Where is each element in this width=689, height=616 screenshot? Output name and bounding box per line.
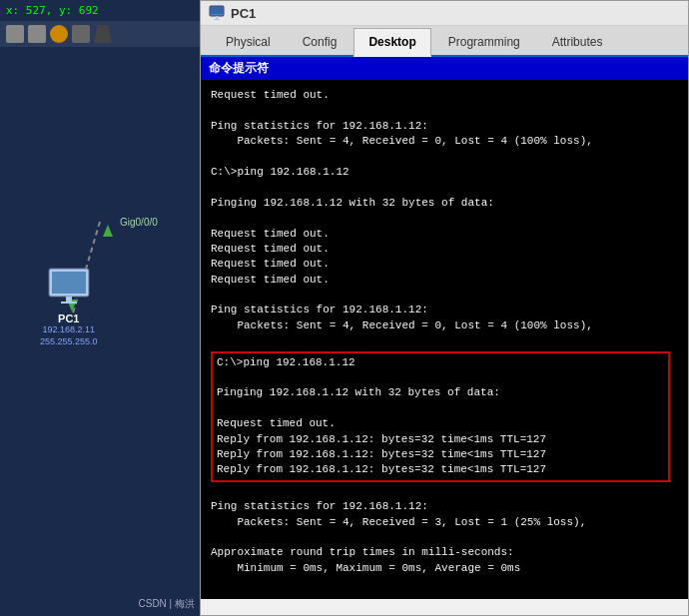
toolbar-icon-4[interactable] — [72, 25, 90, 43]
terminal-line — [217, 370, 664, 385]
window-titlebar: PC1 — [201, 1, 688, 26]
terminal-line: Approximate round trip times in milli-se… — [211, 545, 678, 560]
pc1-label: PC1 — [40, 312, 98, 324]
terminal-line — [211, 211, 678, 226]
svg-rect-8 — [211, 7, 223, 14]
terminal-output[interactable]: Request timed out. Ping statistics for 1… — [201, 80, 688, 599]
terminal-line: Request timed out. — [211, 257, 678, 272]
toolbar-icon-1[interactable] — [6, 25, 24, 43]
tab-bar: Physical Config Desktop Programming Attr… — [201, 26, 688, 57]
terminal-line: Packets: Sent = 4, Received = 0, Lost = … — [211, 134, 678, 149]
terminal-line — [211, 103, 678, 118]
terminal-line — [217, 401, 664, 416]
toolbar — [0, 21, 200, 47]
network-panel: x: 527, y: 692 Gig0/0/0 Fa0 — [0, 0, 200, 616]
terminal-line: Ping statistics for 192.168.1.12: — [211, 119, 678, 134]
terminal-line: C:\>ping 192.168.1.12 — [217, 355, 664, 370]
terminal-container: 命令提示符 Request timed out. Ping statistics… — [201, 57, 688, 599]
pc1-ip2: 255.255.255.0 — [40, 336, 98, 348]
svg-rect-9 — [216, 16, 218, 19]
svg-rect-10 — [214, 19, 220, 20]
tab-attributes[interactable]: Attributes — [537, 28, 618, 55]
tab-programming[interactable]: Programming — [433, 28, 535, 55]
terminal-line: Request timed out. — [217, 416, 664, 431]
terminal-line — [211, 333, 678, 348]
tab-config[interactable]: Config — [288, 28, 352, 55]
terminal-line — [211, 484, 678, 499]
terminal-line: Packets: Sent = 4, Received = 0, Lost = … — [211, 318, 678, 333]
tab-desktop[interactable]: Desktop — [353, 28, 430, 57]
terminal-line: C:\>ping 192.168.1.12 — [211, 165, 678, 180]
tab-physical[interactable]: Physical — [211, 28, 286, 55]
terminal-line: Minimum = 0ms, Maximum = 0ms, Average = … — [211, 561, 678, 576]
coordinates-display: x: 527, y: 692 — [0, 0, 200, 21]
svg-rect-5 — [66, 297, 72, 302]
terminal-line: Request timed out. — [211, 242, 678, 257]
pc1-ip1: 192.168.2.11 — [40, 324, 98, 336]
toolbar-icon-3[interactable] — [50, 25, 68, 43]
network-canvas: Gig0/0/0 Fa0 PC1 192.168.2.11 255.255.25… — [0, 47, 200, 606]
terminal-title-bar: 命令提示符 — [201, 57, 688, 80]
terminal-line: Request timed out. — [211, 88, 678, 103]
terminal-line: Request timed out. — [211, 273, 678, 288]
pc-icon-svg — [44, 267, 94, 307]
toolbar-icon-2[interactable] — [28, 25, 46, 43]
terminal-line: Ping statistics for 192.168.1.12: — [211, 303, 678, 317]
terminal-line: Reply from 192.168.1.12: bytes=32 time<1… — [217, 462, 664, 477]
terminal-line — [211, 150, 678, 165]
pc1-window: PC1 Physical Config Desktop Programming … — [200, 0, 689, 616]
gig-interface-label: Gig0/0/0 — [120, 217, 158, 228]
terminal-line — [211, 180, 678, 195]
toolbar-icon-5[interactable] — [94, 25, 112, 43]
terminal-line: Packets: Sent = 4, Received = 3, Lost = … — [211, 515, 678, 530]
terminal-line — [211, 530, 678, 545]
terminal-line: Pinging 192.168.1.12 with 32 bytes of da… — [211, 196, 678, 211]
terminal-line: Pinging 192.168.1.12 with 32 bytes of da… — [217, 385, 664, 400]
window-title-text: PC1 — [231, 6, 256, 21]
svg-marker-1 — [103, 225, 113, 237]
svg-rect-4 — [52, 272, 86, 294]
connection-svg — [0, 47, 200, 346]
terminal-line: Request timed out. — [211, 227, 678, 242]
watermark: CSDN | 梅洪 — [139, 597, 196, 611]
terminal-line: Ping statistics for 192.168.1.12: — [211, 499, 678, 514]
terminal-line: Reply from 192.168.1.12: bytes=32 time<1… — [217, 447, 664, 462]
svg-rect-6 — [61, 302, 77, 304]
terminal-line: Reply from 192.168.1.12: bytes=32 time<1… — [217, 432, 664, 447]
terminal-line — [211, 288, 678, 303]
pc1-node[interactable]: PC1 192.168.2.11 255.255.255.0 — [40, 267, 98, 347]
window-title-icon — [209, 5, 225, 21]
